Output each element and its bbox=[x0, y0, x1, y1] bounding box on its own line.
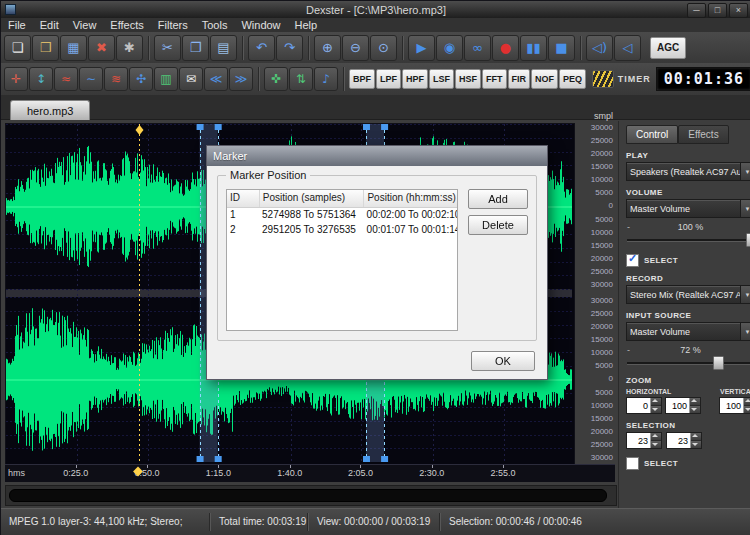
lsf-button[interactable]: LSF bbox=[429, 69, 454, 89]
tone-button[interactable]: ∼ bbox=[79, 67, 103, 91]
redo-button[interactable]: ↷ bbox=[276, 35, 303, 61]
panel-tab-control[interactable]: Control bbox=[626, 125, 678, 144]
fit-vertical-button[interactable]: ↕ bbox=[29, 67, 53, 91]
volume-device-select[interactable]: Master Volume bbox=[626, 199, 750, 218]
zoom-selection-button[interactable]: ⊙ bbox=[370, 35, 397, 61]
file-tab[interactable]: hero.mp3 bbox=[10, 100, 90, 120]
undo-button[interactable]: ↶ bbox=[248, 35, 275, 61]
insert-silence-button[interactable]: ✜ bbox=[264, 67, 288, 91]
fade-out-button[interactable]: ≫ bbox=[229, 67, 253, 91]
chevron-down-icon[interactable] bbox=[740, 323, 750, 340]
play-button[interactable]: ▶ bbox=[408, 35, 435, 61]
menu-help[interactable]: Help bbox=[288, 18, 325, 32]
spin-up-icon[interactable] bbox=[744, 398, 750, 406]
menu-edit[interactable]: Edit bbox=[33, 18, 66, 32]
slider-track[interactable] bbox=[627, 362, 750, 365]
hpf-button[interactable]: HPF bbox=[402, 69, 428, 89]
input-source-select[interactable]: Master Volume bbox=[626, 322, 750, 341]
timeline[interactable]: hms 0:25.00:50.01:15.01:40.02:05.02:30.0… bbox=[5, 464, 615, 482]
ok-button[interactable]: OK bbox=[471, 351, 535, 371]
selection-start-spinner[interactable]: 23 bbox=[626, 432, 662, 449]
marker-row[interactable]: 22951205 To 327653500:01:07 To 00:01:14 bbox=[227, 223, 457, 238]
horizontal-scrollbar[interactable] bbox=[5, 485, 617, 506]
spin-up-icon[interactable] bbox=[651, 433, 661, 441]
nof-button[interactable]: NOF bbox=[531, 69, 558, 89]
record-button[interactable]: ● bbox=[492, 35, 519, 61]
zoom-h-end-spinner[interactable]: 100 bbox=[665, 397, 701, 414]
spin-down-icon[interactable] bbox=[651, 406, 661, 413]
play-device-select[interactable]: Speakers (Realtek AC97 Au bbox=[626, 162, 750, 181]
menu-tools[interactable]: Tools bbox=[195, 18, 235, 32]
settings-button[interactable]: ✱ bbox=[116, 35, 143, 61]
dialog-title-bar[interactable]: Marker bbox=[207, 146, 547, 166]
envelope-button[interactable]: ≋ bbox=[104, 67, 128, 91]
marker-row[interactable]: 15274988 To 575136400:02:00 To 00:02:10 bbox=[227, 208, 457, 223]
lpf-button[interactable]: LPF bbox=[376, 69, 401, 89]
zoom-in-button[interactable]: ⊕ bbox=[314, 35, 341, 61]
menu-file[interactable]: File bbox=[1, 18, 33, 32]
menu-effects[interactable]: Effects bbox=[103, 18, 150, 32]
spin-down-icon[interactable] bbox=[691, 441, 701, 448]
spin-down-icon[interactable] bbox=[651, 441, 661, 448]
volume-up-button[interactable]: ◁) bbox=[586, 35, 613, 61]
fade-in-button[interactable]: ≪ bbox=[204, 67, 228, 91]
fir-button[interactable]: FIR bbox=[508, 69, 531, 89]
zoom-out-button[interactable]: ⊖ bbox=[342, 35, 369, 61]
agc-button[interactable]: AGC bbox=[650, 37, 686, 59]
play-view-button[interactable]: ◉ bbox=[436, 35, 463, 61]
select-checkbox[interactable] bbox=[626, 254, 639, 267]
scrollbar-thumb[interactable] bbox=[9, 489, 607, 502]
fft-button[interactable]: FFT bbox=[482, 69, 507, 89]
hsf-button[interactable]: HSF bbox=[455, 69, 481, 89]
menu-window[interactable]: Window bbox=[234, 18, 287, 32]
close-file-button[interactable]: ✖ bbox=[88, 35, 115, 61]
volume-mute-button[interactable]: ◁ bbox=[614, 35, 641, 61]
selection-end-spinner[interactable]: 23 bbox=[666, 432, 702, 449]
spin-up-icon[interactable] bbox=[690, 398, 700, 406]
spin-up-icon[interactable] bbox=[691, 433, 701, 441]
menu-view[interactable]: View bbox=[66, 18, 104, 32]
copy-button[interactable]: ❐ bbox=[182, 35, 209, 61]
select-all-button[interactable]: ✛ bbox=[4, 67, 28, 91]
menu-filters[interactable]: Filters bbox=[151, 18, 195, 32]
spectrum-button[interactable]: ▥ bbox=[154, 67, 178, 91]
paste-button[interactable]: ▤ bbox=[210, 35, 237, 61]
equalizer-icon[interactable] bbox=[592, 70, 614, 88]
slider-thumb[interactable] bbox=[746, 233, 750, 247]
id3-button[interactable]: ♪ bbox=[314, 67, 338, 91]
loop-button[interactable]: ∞ bbox=[464, 35, 491, 61]
peq-button[interactable]: PEQ bbox=[559, 69, 586, 89]
input-volume-slider[interactable] bbox=[626, 356, 750, 369]
delete-button[interactable]: Delete bbox=[468, 215, 528, 235]
zoom-h-start-spinner[interactable]: 0 bbox=[626, 397, 662, 414]
slider-track[interactable] bbox=[627, 239, 750, 242]
new-file-button[interactable]: ❏ bbox=[4, 35, 31, 61]
spin-down-icon[interactable] bbox=[744, 406, 750, 413]
spin-down-icon[interactable] bbox=[690, 406, 700, 413]
save-button[interactable]: ▦ bbox=[60, 35, 87, 61]
column-header[interactable]: ID bbox=[227, 190, 260, 207]
record-device-select[interactable]: Stereo Mix (Realtek AC97 A bbox=[626, 285, 750, 304]
pause-button[interactable]: ▮▮ bbox=[520, 35, 547, 61]
mix-button[interactable]: ✉ bbox=[179, 67, 203, 91]
maximize-button[interactable]: □ bbox=[708, 3, 727, 18]
slider-thumb[interactable] bbox=[713, 356, 724, 370]
minimize-button[interactable]: ─ bbox=[687, 3, 706, 18]
zoom-vertical-spinner[interactable]: 100 bbox=[719, 397, 750, 414]
stop-button[interactable]: ■ bbox=[548, 35, 575, 61]
chevron-down-icon[interactable] bbox=[740, 200, 750, 217]
spin-up-icon[interactable] bbox=[651, 398, 661, 406]
volume-slider[interactable] bbox=[626, 233, 750, 246]
close-button[interactable]: × bbox=[729, 3, 748, 18]
fade-button[interactable]: ✣ bbox=[129, 67, 153, 91]
amplify-button[interactable]: ≈ bbox=[54, 67, 78, 91]
bpf-button[interactable]: BPF bbox=[349, 69, 375, 89]
select-checkbox-bottom[interactable] bbox=[626, 457, 639, 470]
title-bar[interactable]: Dexster - [C:\MP3\hero.mp3] ─ □ × bbox=[1, 1, 750, 18]
column-header[interactable]: Position (hh:mm:ss) bbox=[364, 190, 457, 207]
cut-button[interactable]: ✂ bbox=[154, 35, 181, 61]
column-header[interactable]: Position (samples) bbox=[260, 190, 365, 207]
swap-channels-button[interactable]: ⇅ bbox=[289, 67, 313, 91]
marker-table[interactable]: IDPosition (samples)Position (hh:mm:ss) … bbox=[226, 189, 458, 331]
open-file-button[interactable]: ❒ bbox=[32, 35, 59, 61]
